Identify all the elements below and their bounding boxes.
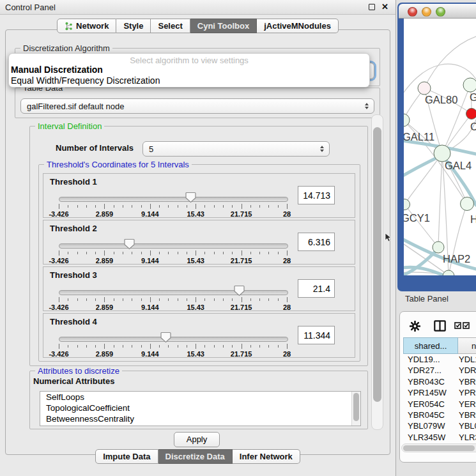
tick-label: 21.715 xyxy=(231,303,252,311)
zoom-traffic-light[interactable] xyxy=(436,7,445,17)
tick-label: 9.144 xyxy=(141,350,159,358)
close-traffic-light[interactable] xyxy=(408,7,417,17)
cell-name[interactable]: YLR3 xyxy=(459,433,476,442)
table-row[interactable]: YDL19...YDL1 xyxy=(400,354,476,365)
table-row[interactable]: YLR345WYLR3 xyxy=(400,432,476,443)
minimize-traffic-light[interactable] xyxy=(422,7,431,17)
table-data-combobox[interactable]: galFiltered.sif default node xyxy=(20,98,374,114)
network-node[interactable] xyxy=(418,82,431,95)
tab-jactivemnodules[interactable]: jActiveMNodules xyxy=(257,19,339,33)
cell-name[interactable]: YBR0 xyxy=(459,410,476,420)
cell-shared-name[interactable]: YBL079W xyxy=(408,421,445,431)
algorithm-option-equal-width[interactable]: Equal Width/Frequency Discretization xyxy=(9,75,369,86)
slider-thumb[interactable] xyxy=(124,238,135,250)
network-node[interactable] xyxy=(443,270,454,275)
tab-impute-data[interactable]: Impute Data xyxy=(95,449,158,464)
attribute-list-item[interactable]: TopologicalCoefficient xyxy=(40,403,360,413)
network-node-label: GA xyxy=(470,91,476,103)
threshold-slider[interactable]: -3.4262.8599.14415.4321.71528 xyxy=(59,238,287,257)
close-icon[interactable]: ✕ xyxy=(381,2,388,12)
number-of-intervals-combobox[interactable]: 5 xyxy=(142,141,330,157)
attributes-group: Attributes to discretize Numerical Attri… xyxy=(29,371,368,429)
network-node[interactable] xyxy=(463,78,476,92)
network-node[interactable] xyxy=(433,242,444,253)
slider-thumb[interactable] xyxy=(160,332,171,343)
attributes-list-scrollbar[interactable] xyxy=(351,392,360,426)
tick-label: 9.144 xyxy=(141,210,159,218)
cell-shared-name[interactable]: YDL19... xyxy=(408,355,440,364)
tab-label: Select xyxy=(158,19,182,33)
slider-track[interactable] xyxy=(59,197,288,202)
cell-shared-name[interactable]: YER054C xyxy=(408,399,445,409)
algorithm-option-manual[interactable]: Manual Discretization xyxy=(9,65,369,75)
slider-track[interactable] xyxy=(59,290,288,295)
cell-name[interactable]: YBR0 xyxy=(459,377,476,387)
table-row[interactable]: YPR145WYPR1 xyxy=(400,387,476,398)
cyni-toolbox-panel: Discretization Algorithm Select algorith… xyxy=(5,29,390,455)
threshold-value-field[interactable]: 14.713 xyxy=(298,186,335,204)
slider-thumb[interactable] xyxy=(234,285,245,296)
network-node[interactable] xyxy=(461,197,474,211)
cell-shared-name[interactable]: YBR045C xyxy=(408,410,445,420)
threshold-value-field[interactable]: 6.316 xyxy=(298,233,335,251)
table-panel-title: Table Panel xyxy=(405,294,449,303)
tab-network[interactable]: Network xyxy=(57,19,116,33)
table-row[interactable]: YBR045CYBR0 xyxy=(400,410,476,420)
threshold-panel: Threshold 4-3.4262.8599.14415.4321.71528… xyxy=(43,313,355,358)
tab-discretize-data[interactable]: Discretize Data xyxy=(158,449,233,464)
threshold-value-field[interactable]: 21.4 xyxy=(298,279,335,298)
cell-name[interactable]: YER0 xyxy=(459,399,476,409)
cell-shared-name[interactable]: YPR145W xyxy=(408,388,447,397)
slider-track[interactable] xyxy=(59,243,288,249)
table-row[interactable]: YER054CYER0 xyxy=(400,399,476,410)
network-canvas[interactable]: GAL80GACGAL11GAL4GCY1HHAP2 xyxy=(404,19,476,275)
table-horizontal-scrollbar[interactable] xyxy=(401,443,476,452)
tab-infer-network[interactable]: Infer Network xyxy=(233,449,300,464)
network-node[interactable] xyxy=(404,199,410,210)
tick-label: 21.715 xyxy=(231,210,252,218)
tab-label: Discretize Data xyxy=(165,450,225,463)
table-horizontal-scrollbar-thumb[interactable] xyxy=(403,445,475,451)
slider-track[interactable] xyxy=(59,337,288,342)
split-columns-icon[interactable] xyxy=(434,320,446,332)
cell-shared-name[interactable]: YLR345W xyxy=(408,433,445,442)
network-node[interactable] xyxy=(466,109,476,119)
panel-vertical-scrollbar[interactable] xyxy=(371,114,383,430)
slider-thumb[interactable] xyxy=(185,192,196,203)
threshold-slider[interactable]: -3.4262.8599.14415.4321.71528 xyxy=(59,284,287,303)
checkbox-icon[interactable] xyxy=(454,322,461,329)
threshold-slider[interactable]: -3.4262.8599.14415.4321.71528 xyxy=(59,331,287,350)
panel-vertical-scrollbar-thumb[interactable] xyxy=(373,127,381,402)
cell-name[interactable]: YBL0 xyxy=(459,421,476,431)
table-row[interactable]: YDR27...YDR2 xyxy=(400,365,476,376)
table-row[interactable]: YBR043CYBR0 xyxy=(400,376,476,387)
tab-cyni-toolbox[interactable]: Cyni Toolbox xyxy=(190,19,257,33)
attribute-list-item[interactable]: BetweennessCentrality xyxy=(40,413,360,424)
cell-name[interactable]: YDR2 xyxy=(459,365,476,375)
threshold-value-field[interactable]: 11.344 xyxy=(298,326,335,344)
attribute-list-item[interactable]: SelfLoops xyxy=(40,392,360,403)
numerical-attributes-list[interactable]: SelfLoopsTopologicalCoefficientBetweenne… xyxy=(40,391,361,426)
slider-thumb-icon xyxy=(234,285,245,296)
table-row[interactable]: YBL079WYBL0 xyxy=(400,420,476,431)
control-panel-titlebar: Control Panel ✕ xyxy=(0,0,395,15)
cell-name[interactable]: YPR1 xyxy=(459,388,476,397)
thresholds-title: Threshold's Coordinates for 5 Intervals xyxy=(44,160,192,169)
tab-label: Cyni Toolbox xyxy=(197,19,249,33)
tab-select[interactable]: Select xyxy=(151,19,190,33)
cell-shared-name[interactable]: YBR043C xyxy=(408,377,445,387)
apply-button[interactable]: Apply xyxy=(174,432,220,447)
cell-shared-name[interactable]: YDR27... xyxy=(408,365,441,375)
float-window-icon[interactable] xyxy=(369,4,375,10)
column-header-shared-name[interactable]: shared... xyxy=(403,337,458,354)
gear-icon[interactable] xyxy=(410,321,420,332)
network-node-label: HAP2 xyxy=(443,253,470,265)
cell-name[interactable]: YDL1 xyxy=(459,355,476,364)
checkbox-icon[interactable] xyxy=(463,322,470,329)
threshold-panel: Threshold 2-3.4262.8599.14415.4321.71528… xyxy=(43,220,355,265)
tab-style[interactable]: Style xyxy=(116,19,151,33)
algorithm-placeholder: Select algorithm to view settings xyxy=(9,54,369,65)
threshold-slider[interactable]: -3.4262.8599.14415.4321.71528 xyxy=(59,191,287,210)
column-header-name[interactable]: name xyxy=(458,337,476,354)
tick-label: 28 xyxy=(283,350,291,358)
